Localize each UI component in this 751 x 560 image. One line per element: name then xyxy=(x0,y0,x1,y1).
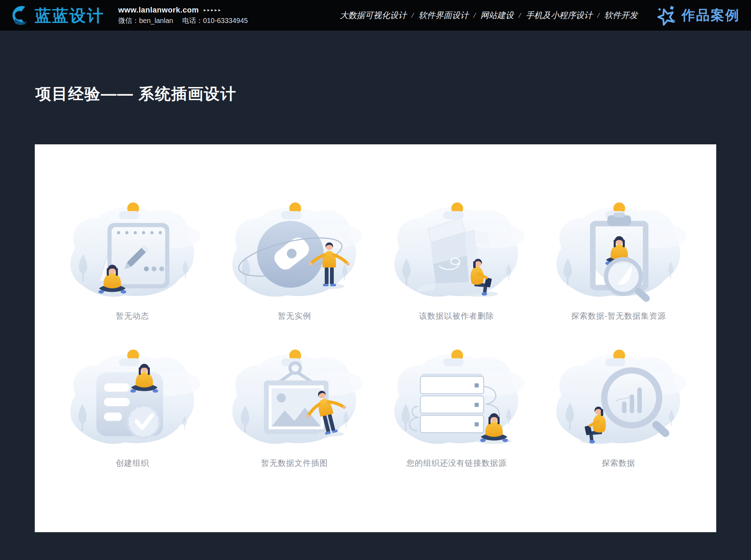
illustration-hanging-picture-frame xyxy=(225,343,364,454)
star-icon xyxy=(656,5,677,26)
nav-item-software-dev[interactable]: 软件开发 xyxy=(604,10,638,21)
illustration-magnifier-with-bar-chart xyxy=(549,343,688,454)
nav-separator: / xyxy=(519,11,521,20)
illustration-server-stack-with-cable xyxy=(387,343,526,454)
gallery-item: 探索数据-暂无数据集资源 xyxy=(538,196,700,321)
lanlan-logo-icon xyxy=(9,4,31,26)
top-header-bar: 蓝蓝设计 www.lanlanwork.com ▸▸▸▸▸ 微信：ben_lan… xyxy=(0,0,751,31)
illustration-caption: 您的组织还没有链接数据源 xyxy=(406,458,507,469)
contact-block: www.lanlanwork.com ▸▸▸▸▸ 微信：ben_lanlan 电… xyxy=(118,6,248,25)
portfolio-label: 作品案例 xyxy=(681,6,740,25)
illustration-list-card-with-check-badge xyxy=(63,343,202,454)
nav-separator: / xyxy=(597,11,599,20)
page: 蓝蓝设计 www.lanlanwork.com ▸▸▸▸▸ 微信：ben_lan… xyxy=(0,0,751,560)
website-url[interactable]: www.lanlanwork.com xyxy=(118,6,199,15)
illustration-caption: 暂无实例 xyxy=(278,311,311,321)
illustration-caption: 探索数据 xyxy=(602,458,635,469)
illustration-compass-disc-orbit xyxy=(225,196,364,307)
illustration-caption: 探索数据-暂无数据集资源 xyxy=(571,311,666,321)
nav-separator: / xyxy=(474,11,476,20)
gallery-item: 暂无实例 xyxy=(213,196,376,321)
lanlan-logo[interactable]: 蓝蓝设计 xyxy=(9,4,104,26)
nav-separator: / xyxy=(412,11,414,20)
check-badge-icon xyxy=(128,406,160,438)
nav-item-software-ui[interactable]: 软件界面设计 xyxy=(419,10,469,21)
gallery-item: 创建组织 xyxy=(51,343,213,469)
main-nav: 大数据可视化设计 / 软件界面设计 / 网站建设 / 手机及小程序设计 / 软件… xyxy=(340,10,638,21)
gallery-item: 暂无动态 xyxy=(51,196,213,321)
gallery-item: 探索数据 xyxy=(538,343,700,469)
illustration-caption: 暂无数据文件插图 xyxy=(261,458,328,469)
gallery-item: 该数据以被作者删除 xyxy=(376,196,538,321)
arrows-icon: ▸▸▸▸▸ xyxy=(204,7,222,13)
illustration-notepad-with-pencil xyxy=(63,196,202,307)
gallery-item: 您的组织还没有链接数据源 xyxy=(376,343,538,469)
portfolio-button[interactable]: 作品案例 xyxy=(656,5,740,26)
nav-item-bigdata[interactable]: 大数据可视化设计 xyxy=(340,10,407,21)
illustration-grid: 暂无动态 xyxy=(35,144,716,469)
phone-contact: 电话：010-63334945 xyxy=(182,16,248,25)
illustration-empty-open-box xyxy=(387,196,526,307)
page-title: 项目经验—— 系统插画设计 xyxy=(35,83,237,104)
illustration-card: 暂无动态 xyxy=(35,144,716,532)
illustration-clipboard-with-magnifier xyxy=(549,196,688,307)
wechat-contact: 微信：ben_lanlan xyxy=(118,16,173,25)
logo-text: 蓝蓝设计 xyxy=(35,7,104,24)
illustration-caption: 创建组织 xyxy=(116,458,149,469)
gallery-item: 暂无数据文件插图 xyxy=(213,343,376,469)
nav-item-mobile-miniapp[interactable]: 手机及小程序设计 xyxy=(526,10,592,21)
illustration-caption: 该数据以被作者删除 xyxy=(419,311,494,321)
nav-item-website[interactable]: 网站建设 xyxy=(481,10,514,21)
illustration-caption: 暂无动态 xyxy=(116,311,149,321)
